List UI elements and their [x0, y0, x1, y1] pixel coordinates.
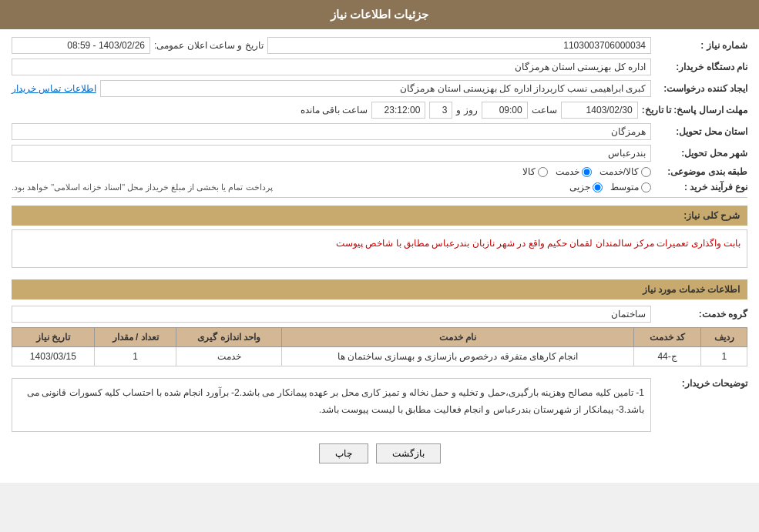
- service-group-row: گروه خدمت: ساختمان: [12, 306, 747, 323]
- col-date: تاریخ نیاز: [12, 328, 95, 347]
- print-button[interactable]: چاپ: [319, 443, 368, 463]
- remaining-label: ساعت باقی مانده: [301, 105, 368, 115]
- process-label: نوع فرآیند خرید :: [655, 182, 747, 192]
- radio-kala: کالا: [522, 166, 548, 177]
- city-label: شهر محل تحویل:: [655, 148, 747, 159]
- services-section-title: اطلاعات خدمات مورد نیاز: [643, 284, 740, 295]
- back-button[interactable]: بازگشت: [376, 443, 441, 463]
- need-desc-text: بابت واگذاری تعمیرات مرکز سالمندان لقمان…: [336, 238, 741, 249]
- creator-row: ایجاد کننده درخواست: کبری ابراهیمی نسب ک…: [12, 80, 747, 97]
- cell-quantity: 1: [94, 347, 176, 366]
- radio-kala-khedmat-input[interactable]: [641, 167, 651, 177]
- col-code: کد خدمت: [633, 328, 701, 347]
- radio-jozi-label: جزیی: [569, 182, 590, 192]
- day-value: 3: [429, 102, 452, 119]
- col-unit: واحد اندازه گیری: [176, 328, 282, 347]
- need-desc-value: بابت واگذاری تعمیرات مرکز سالمندان لقمان…: [12, 229, 747, 268]
- city-value: بندرعباس: [12, 145, 651, 162]
- table-row: 1ج-44انجام کارهای متفرقه درخصوص بازسازی …: [12, 347, 747, 366]
- creator-value: کبری ابراهیمی نسب کاربرداز اداره کل بهزی…: [100, 80, 651, 97]
- deadline-label: مهلت ارسال پاسخ: تا تاریخ:: [642, 105, 747, 115]
- col-row: ردیف: [701, 328, 747, 347]
- cell-row: 1: [701, 347, 747, 366]
- category-label: طبقه بندی موضوعی:: [655, 166, 747, 177]
- buyer-value: اداره کل بهزیستی استان هرمزگان: [12, 59, 651, 75]
- process-row: نوع فرآیند خرید : متوسط جزیی پرداخت تمام…: [12, 182, 747, 192]
- buyer-row: نام دستگاه خریدار: اداره کل بهزیستی استا…: [12, 59, 747, 75]
- radio-kala-label: کالا: [522, 166, 536, 177]
- remaining-value: 23:12:00: [371, 102, 425, 119]
- cell-date: 1403/03/15: [12, 347, 95, 366]
- services-section-header: اطلاعات خدمات مورد نیاز: [12, 279, 747, 299]
- radio-motevasset: متوسط: [610, 182, 651, 192]
- time-value: 09:00: [482, 102, 528, 119]
- time-label: ساعت: [532, 105, 557, 115]
- radio-khedmat-label: خدمت: [556, 166, 579, 177]
- page-header: جزئیات اطلاعات نیاز: [0, 0, 759, 29]
- need-number-label: شماره نیاز :: [655, 40, 747, 51]
- radio-jozi: جزیی: [569, 182, 603, 192]
- radio-kala-khedmat-label: کالا/خدمت: [599, 166, 639, 177]
- services-table: ردیف کد خدمت نام خدمت واحد اندازه گیری ت…: [12, 327, 747, 366]
- notes-label: توضیحات خریدار:: [655, 374, 747, 389]
- deadline-date: 1403/02/30: [561, 102, 638, 119]
- deadline-row: مهلت ارسال پاسخ: تا تاریخ: 1403/02/30 سا…: [12, 102, 747, 119]
- announce-label: تاریخ و ساعت اعلان عمومی:: [154, 40, 264, 51]
- notes-row: توضیحات خریدار: 1- تامین کلیه مصالح وهزی…: [12, 374, 747, 432]
- cell-name: انجام کارهای متفرقه درخصوص بازسازی و بهس…: [282, 347, 634, 366]
- need-desc-section-header: شرح کلی نیاز:: [12, 206, 747, 226]
- notes-value: 1- تامین کلیه مصالح وهزینه بارگیری،حمل و…: [12, 378, 651, 432]
- announce-value: 1403/02/26 - 08:59: [12, 37, 150, 54]
- service-group-label: گروه خدمت:: [655, 309, 747, 320]
- cell-unit: خدمت: [176, 347, 282, 366]
- process-radio-group: متوسط جزیی: [284, 182, 651, 192]
- need-desc-section-label: شرح کلی نیاز:: [683, 210, 740, 221]
- radio-jozi-input[interactable]: [593, 182, 603, 192]
- need-number-value: 1103003706000034: [267, 37, 651, 54]
- notes-text: 1- تامین کلیه مصالح وهزینه بارگیری،حمل و…: [27, 387, 644, 415]
- province-row: استان محل تحویل: هرمزگان: [12, 123, 747, 140]
- province-value: هرمزگان: [12, 123, 651, 140]
- buyer-label: نام دستگاه خریدار:: [655, 62, 747, 72]
- radio-khedmat: خدمت: [556, 166, 592, 177]
- col-name: نام خدمت: [282, 328, 634, 347]
- province-label: استان محل تحویل:: [655, 126, 747, 137]
- radio-khedmat-input[interactable]: [582, 167, 592, 177]
- col-quantity: تعداد / مقدار: [94, 328, 176, 347]
- cell-code: ج-44: [633, 347, 701, 366]
- need-number-row: شماره نیاز : 1103003706000034 تاریخ و سا…: [12, 37, 747, 54]
- creator-label: ایجاد کننده درخواست:: [655, 83, 747, 94]
- city-row: شهر محل تحویل: بندرعباس: [12, 145, 747, 162]
- category-row: طبقه بندی موضوعی: کالا/خدمت خدمت کالا: [12, 166, 747, 177]
- process-note: پرداخت تمام یا بخشی از مبلغ خریداز محل "…: [12, 182, 273, 192]
- page-title: جزئیات اطلاعات نیاز: [331, 8, 428, 21]
- category-radio-group: کالا/خدمت خدمت کالا: [12, 166, 651, 177]
- radio-kala-khedmat: کالا/خدمت: [599, 166, 651, 177]
- radio-motevasset-input[interactable]: [641, 182, 651, 192]
- contact-link[interactable]: اطلاعات تماس خریدار: [12, 83, 96, 94]
- service-group-value: ساختمان: [12, 306, 651, 323]
- radio-kala-input[interactable]: [538, 167, 548, 177]
- radio-motevasset-label: متوسط: [610, 182, 639, 192]
- action-buttons: بازگشت چاپ: [12, 443, 747, 463]
- day-label: روز و: [456, 105, 477, 115]
